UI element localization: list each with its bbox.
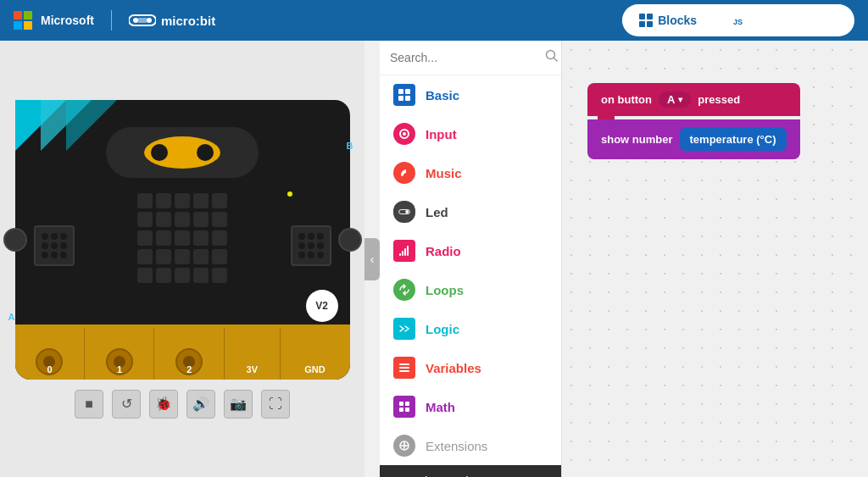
- action-block[interactable]: show number temperature (°C): [587, 119, 800, 159]
- pressed-text: pressed: [698, 93, 740, 106]
- speaker-right: [291, 225, 331, 266]
- led-grid: [137, 193, 227, 283]
- blocks-canvas[interactable]: on button A ▾ pressed show number temper…: [562, 41, 868, 477]
- sound-button[interactable]: 🔊: [186, 390, 215, 419]
- category-input[interactable]: Input: [380, 114, 561, 153]
- action-value[interactable]: temperature (°C): [680, 128, 787, 151]
- led-cell: [212, 249, 227, 264]
- stop-button[interactable]: ■: [75, 390, 103, 419]
- category-variables[interactable]: Variables: [380, 348, 561, 387]
- svg-rect-28: [402, 251, 403, 256]
- svg-rect-32: [399, 367, 409, 369]
- button-value: A: [667, 93, 675, 106]
- music-label: Music: [426, 166, 462, 180]
- logic-icon: [393, 318, 415, 340]
- svg-point-26: [405, 210, 409, 214]
- radio-label: Radio: [426, 244, 461, 258]
- svg-rect-34: [399, 402, 403, 406]
- button-a[interactable]: [3, 228, 27, 252]
- simulator-controls: ■ ↺ 🐞 🔊 📷 ⛶: [75, 390, 290, 419]
- led-cell: [193, 249, 209, 264]
- loops-label: Loops: [426, 283, 464, 297]
- category-basic[interactable]: Basic: [380, 75, 561, 114]
- led-cell: [156, 193, 171, 208]
- tab-group: Blocks JS JavaScript ▾: [622, 4, 854, 36]
- category-advanced[interactable]: ∨ Advanced: [380, 465, 561, 477]
- led-cell: [156, 268, 171, 283]
- restart-button[interactable]: ↺: [112, 390, 141, 419]
- pin-3v-label: 3V: [224, 364, 280, 374]
- event-block-text: on button: [601, 93, 652, 106]
- category-radio[interactable]: Radio: [380, 231, 561, 270]
- speaker-dot: [51, 233, 58, 240]
- led-cell: [193, 212, 209, 227]
- svg-rect-20: [405, 89, 410, 94]
- button-dropdown[interactable]: A ▾: [659, 92, 691, 108]
- speaker-dot: [60, 242, 67, 249]
- speaker-dot: [308, 252, 314, 258]
- speaker-dot: [42, 233, 48, 240]
- speaker-dots-right: [298, 233, 324, 258]
- math-icon: [393, 396, 415, 418]
- speaker-dot: [51, 242, 58, 249]
- main-area: A B V2: [0, 41, 868, 477]
- led-cell: [156, 212, 171, 227]
- input-icon: [393, 123, 415, 145]
- tab-more-button[interactable]: ▾: [826, 4, 854, 36]
- led-cell: [175, 230, 190, 246]
- svg-rect-22: [405, 96, 410, 101]
- category-led[interactable]: Led: [380, 192, 561, 231]
- microbit-device: A B V2: [15, 100, 350, 380]
- screenshot-button[interactable]: 📷: [224, 390, 253, 419]
- category-extensions[interactable]: Extensions: [380, 426, 561, 465]
- category-music[interactable]: Music: [380, 153, 561, 192]
- speaker-dot: [51, 252, 58, 258]
- basic-label: Basic: [426, 88, 459, 103]
- speaker-dot: [317, 233, 324, 240]
- speaker-dot: [42, 252, 48, 258]
- led-label: Led: [426, 205, 448, 219]
- led-cell: [175, 212, 190, 227]
- sidebar-toggle[interactable]: ‹: [364, 238, 380, 280]
- led-cell: [156, 230, 171, 246]
- speaker-dot: [42, 242, 48, 249]
- svg-rect-10: [639, 21, 645, 27]
- led-cell: [137, 249, 153, 264]
- svg-rect-31: [399, 363, 409, 365]
- input-label: Input: [426, 127, 457, 141]
- microbit-label: micro:bit: [161, 14, 215, 28]
- svg-rect-0: [14, 11, 22, 19]
- svg-rect-33: [399, 370, 409, 372]
- svg-rect-3: [24, 21, 32, 30]
- speaker-dots-left: [42, 233, 67, 258]
- category-logic[interactable]: Logic: [380, 309, 561, 348]
- fullscreen-button[interactable]: ⛶: [261, 390, 290, 419]
- button-b[interactable]: [338, 228, 362, 252]
- search-input[interactable]: [390, 51, 538, 64]
- led-cell: [175, 193, 190, 208]
- led-cell: [175, 268, 190, 283]
- speaker-dot: [317, 242, 324, 249]
- speaker-left: [34, 225, 75, 266]
- speaker-dot: [308, 233, 314, 240]
- category-loops[interactable]: Loops: [380, 270, 561, 309]
- led-cell: [212, 268, 227, 283]
- tab-javascript[interactable]: JS JavaScript: [714, 7, 826, 34]
- dropdown-arrow: ▾: [678, 95, 682, 104]
- led-cell: [137, 230, 153, 246]
- svg-line-18: [554, 58, 558, 62]
- corner-decoration: [15, 100, 117, 168]
- svg-rect-8: [639, 14, 645, 19]
- button-b-label: B: [347, 141, 353, 151]
- led-icon: [393, 201, 415, 223]
- microsoft-label: Microsoft: [41, 14, 94, 27]
- svg-rect-11: [647, 21, 653, 27]
- led-display: [106, 127, 259, 178]
- speaker-dot: [60, 233, 67, 240]
- debug-button[interactable]: 🐞: [149, 390, 178, 419]
- tab-blocks[interactable]: Blocks: [622, 7, 714, 34]
- category-math[interactable]: Math: [380, 387, 561, 426]
- header-divider: [111, 10, 112, 31]
- event-block[interactable]: on button A ▾ pressed: [587, 83, 800, 116]
- pin-gnd-label: GND: [280, 364, 349, 374]
